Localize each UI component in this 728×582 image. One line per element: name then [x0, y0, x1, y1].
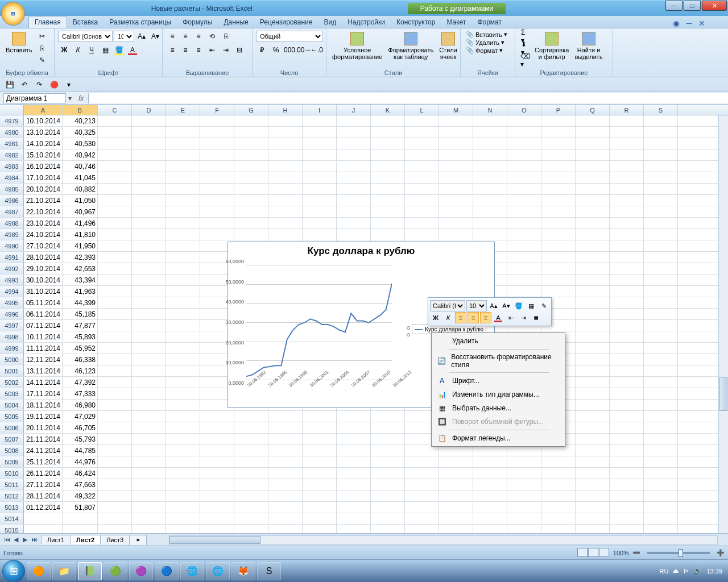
cell[interactable]: [405, 468, 439, 479]
column-header-R[interactable]: R: [610, 105, 644, 115]
close-button[interactable]: ✕: [702, 1, 727, 11]
cell[interactable]: [576, 127, 610, 138]
cell[interactable]: [337, 127, 371, 138]
cell[interactable]: [303, 184, 337, 194]
column-header-G[interactable]: G: [234, 105, 268, 115]
cell[interactable]: [473, 456, 507, 467]
cell[interactable]: [337, 422, 371, 433]
border-button[interactable]: ▦: [99, 44, 111, 56]
cell[interactable]: 24.10.2014: [24, 229, 63, 240]
cell[interactable]: [303, 206, 337, 217]
format-painter-button[interactable]: ✎: [36, 55, 48, 66]
cell[interactable]: [166, 206, 200, 217]
cell[interactable]: [644, 115, 678, 126]
sheet-nav-prev[interactable]: ◀: [11, 536, 20, 543]
cell[interactable]: [507, 263, 541, 274]
cell[interactable]: [132, 434, 166, 444]
cell[interactable]: 21.11.2014: [24, 434, 63, 444]
cell[interactable]: [610, 184, 644, 194]
format-cells-button[interactable]: 📎 Формат ▾: [464, 47, 509, 54]
cell[interactable]: [610, 365, 644, 376]
cell[interactable]: [473, 502, 507, 513]
cell[interactable]: [98, 502, 132, 513]
cell[interactable]: 40,942: [63, 149, 98, 160]
row-header[interactable]: 4983: [0, 161, 24, 172]
cell[interactable]: [98, 275, 132, 285]
mini-format-painter[interactable]: ✎: [538, 300, 549, 311]
cell[interactable]: [337, 456, 371, 467]
cell[interactable]: [507, 502, 541, 513]
cell[interactable]: [200, 127, 234, 138]
cell[interactable]: 13.11.2014: [24, 365, 63, 376]
cell[interactable]: [405, 490, 439, 501]
cell[interactable]: [166, 513, 200, 524]
cell[interactable]: [337, 138, 371, 149]
cell[interactable]: [507, 229, 541, 240]
cell[interactable]: [132, 229, 166, 240]
cell[interactable]: 14.11.2014: [24, 377, 63, 388]
cell[interactable]: [644, 479, 678, 490]
row-header[interactable]: 4999: [0, 343, 24, 354]
tab-insert[interactable]: Вставка: [67, 16, 104, 28]
cell[interactable]: [98, 468, 132, 479]
cell[interactable]: [337, 184, 371, 194]
cell[interactable]: [644, 263, 678, 274]
cell[interactable]: [576, 479, 610, 490]
row-header[interactable]: 5011: [0, 479, 24, 490]
row-header[interactable]: 5009: [0, 456, 24, 467]
taskbar-app-7[interactable]: 🌐: [206, 562, 230, 580]
cell[interactable]: 31.10.2014: [24, 286, 63, 297]
cell[interactable]: [439, 229, 473, 240]
cell[interactable]: [507, 513, 541, 524]
cell[interactable]: [234, 229, 268, 240]
cell[interactable]: [371, 525, 405, 533]
cell[interactable]: [473, 184, 507, 194]
cell[interactable]: [234, 502, 268, 513]
cell[interactable]: [132, 172, 166, 183]
cell[interactable]: [371, 468, 405, 479]
cell[interactable]: [200, 138, 234, 149]
cell[interactable]: [371, 138, 405, 149]
chart-series-line[interactable]: [246, 265, 392, 377]
cell[interactable]: [98, 490, 132, 501]
cell[interactable]: [268, 138, 303, 149]
cell[interactable]: [132, 411, 166, 422]
cell[interactable]: [166, 149, 200, 160]
tab-layout-chart[interactable]: Макет: [441, 16, 471, 28]
sheet-tab-1[interactable]: Лист1: [41, 535, 71, 544]
font-size-select[interactable]: 10: [114, 31, 134, 42]
cell[interactable]: [576, 456, 610, 467]
cell[interactable]: [439, 138, 473, 149]
ctx-change-chart-type[interactable]: 📊Изменить тип диаграммы...: [433, 388, 564, 401]
cell[interactable]: [371, 456, 405, 467]
increase-decimal-button[interactable]: .00→: [297, 44, 309, 56]
mini-bold[interactable]: Ж: [430, 312, 441, 323]
cell[interactable]: [610, 263, 644, 274]
table-row[interactable]: 498013.10.201440,325: [0, 127, 718, 138]
cell[interactable]: [132, 309, 166, 319]
cell[interactable]: [439, 195, 473, 206]
cell[interactable]: [644, 240, 678, 251]
cell[interactable]: [644, 502, 678, 513]
cell[interactable]: 16.10.2014: [24, 161, 63, 172]
cell[interactable]: [234, 513, 268, 524]
cell[interactable]: [303, 138, 337, 149]
cell[interactable]: [337, 161, 371, 172]
cell[interactable]: [473, 206, 507, 217]
cell[interactable]: [576, 149, 610, 160]
cell[interactable]: [98, 343, 132, 354]
cell[interactable]: [303, 479, 337, 490]
cell[interactable]: [337, 525, 371, 533]
cell[interactable]: 46,705: [63, 422, 98, 433]
sheet-tab-3[interactable]: Лист3: [100, 535, 130, 544]
italic-button[interactable]: К: [72, 44, 84, 56]
cell[interactable]: [200, 115, 234, 126]
cell[interactable]: [166, 400, 200, 410]
cell[interactable]: 27.11.2014: [24, 479, 63, 490]
cell[interactable]: [610, 388, 644, 399]
cell[interactable]: 46,424: [63, 468, 98, 479]
cell[interactable]: [541, 502, 576, 513]
row-header[interactable]: 4996: [0, 309, 24, 319]
cell[interactable]: [98, 149, 132, 160]
cell[interactable]: [98, 115, 132, 126]
